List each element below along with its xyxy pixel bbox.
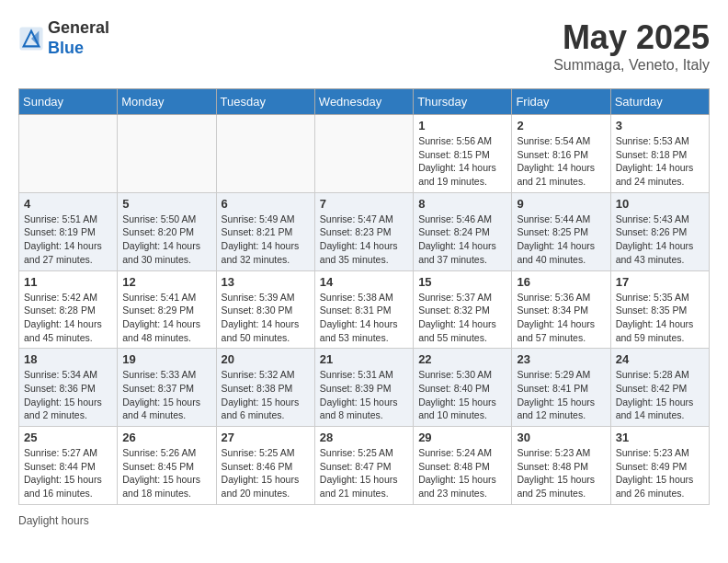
day-number: 5 [122,197,210,211]
day-info: Sunrise: 5:37 AMSunset: 8:32 PMDaylight:… [418,291,506,345]
day-info: Sunrise: 5:35 AMSunset: 8:35 PMDaylight:… [616,291,704,345]
calendar-day-cell: 17Sunrise: 5:35 AMSunset: 8:35 PMDayligh… [610,270,709,349]
calendar-day-cell: 7Sunrise: 5:47 AMSunset: 8:23 PMDaylight… [314,192,413,270]
day-number: 11 [24,275,112,289]
calendar-day-cell: 26Sunrise: 5:26 AMSunset: 8:45 PMDayligh… [118,427,216,505]
day-number: 26 [122,431,210,444]
calendar-day-cell: 29Sunrise: 5:24 AMSunset: 8:48 PMDayligh… [414,427,512,505]
logo: General Blue [18,18,109,58]
day-info: Sunrise: 5:32 AMSunset: 8:38 PMDaylight:… [222,368,310,422]
calendar-week-row: 25Sunrise: 5:27 AMSunset: 8:44 PMDayligh… [19,427,710,505]
day-number: 23 [517,352,605,366]
day-number: 12 [122,275,210,289]
day-info: Sunrise: 5:43 AMSunset: 8:26 PMDaylight:… [616,213,704,267]
day-info: Sunrise: 5:23 AMSunset: 8:49 PMDaylight:… [616,446,704,500]
day-number: 1 [418,119,506,132]
day-info: Sunrise: 5:51 AMSunset: 8:19 PMDaylight:… [24,213,112,267]
calendar-day-cell: 10Sunrise: 5:43 AMSunset: 8:26 PMDayligh… [610,192,709,270]
day-number: 4 [24,197,112,211]
calendar-day-cell: 9Sunrise: 5:44 AMSunset: 8:25 PMDaylight… [512,192,610,270]
calendar-day-cell: 12Sunrise: 5:41 AMSunset: 8:29 PMDayligh… [118,270,216,349]
calendar-day-cell: 8Sunrise: 5:46 AMSunset: 8:24 PMDaylight… [414,192,512,270]
calendar-day-cell: 19Sunrise: 5:33 AMSunset: 8:37 PMDayligh… [118,349,216,427]
calendar-day-header: Tuesday [216,89,314,115]
day-info: Sunrise: 5:25 AMSunset: 8:46 PMDaylight:… [222,446,310,500]
calendar-day-cell: 5Sunrise: 5:50 AMSunset: 8:20 PMDaylight… [118,192,216,270]
calendar-day-cell: 28Sunrise: 5:25 AMSunset: 8:47 PMDayligh… [314,427,413,505]
day-info: Sunrise: 5:42 AMSunset: 8:28 PMDaylight:… [24,291,112,345]
day-info: Sunrise: 5:41 AMSunset: 8:29 PMDaylight:… [122,291,210,345]
day-info: Sunrise: 5:26 AMSunset: 8:45 PMDaylight:… [122,446,210,500]
calendar-day-header: Saturday [610,89,709,115]
calendar-day-header: Thursday [414,89,512,115]
calendar-day-cell: 13Sunrise: 5:39 AMSunset: 8:30 PMDayligh… [216,270,314,349]
calendar-day-cell: 27Sunrise: 5:25 AMSunset: 8:46 PMDayligh… [216,427,314,505]
day-number: 3 [616,119,704,132]
calendar-table: SundayMondayTuesdayWednesdayThursdayFrid… [18,88,710,505]
logo-blue-text: Blue [48,39,84,57]
calendar-header-row: SundayMondayTuesdayWednesdayThursdayFrid… [19,89,710,115]
day-info: Sunrise: 5:39 AMSunset: 8:30 PMDaylight:… [222,291,310,345]
page-header: General Blue May 2025 Summaga, Veneto, I… [18,18,710,74]
day-info: Sunrise: 5:23 AMSunset: 8:48 PMDaylight:… [517,446,605,500]
calendar-day-cell: 16Sunrise: 5:36 AMSunset: 8:34 PMDayligh… [512,270,610,349]
day-number: 2 [517,119,605,132]
day-info: Sunrise: 5:25 AMSunset: 8:47 PMDaylight:… [320,446,408,500]
day-number: 31 [616,431,704,444]
day-number: 28 [320,431,408,444]
day-number: 21 [320,352,408,366]
calendar-day-cell: 4Sunrise: 5:51 AMSunset: 8:19 PMDaylight… [19,192,118,270]
calendar-day-cell: 22Sunrise: 5:30 AMSunset: 8:40 PMDayligh… [414,349,512,427]
calendar-day-cell: 1Sunrise: 5:56 AMSunset: 8:15 PMDaylight… [414,115,512,193]
calendar-day-cell: 3Sunrise: 5:53 AMSunset: 8:18 PMDaylight… [610,115,709,193]
day-number: 7 [320,197,408,211]
day-number: 30 [517,431,605,444]
logo-text: General Blue [48,18,109,58]
calendar-week-row: 1Sunrise: 5:56 AMSunset: 8:15 PMDaylight… [19,115,710,193]
day-info: Sunrise: 5:47 AMSunset: 8:23 PMDaylight:… [320,213,408,267]
calendar-day-header: Wednesday [314,89,413,115]
day-number: 18 [24,352,112,366]
calendar-day-cell: 30Sunrise: 5:23 AMSunset: 8:48 PMDayligh… [512,427,610,505]
calendar-day-cell: 25Sunrise: 5:27 AMSunset: 8:44 PMDayligh… [19,427,118,505]
day-number: 17 [616,275,704,289]
footer-note: Daylight hours [18,514,710,527]
calendar-day-cell: 18Sunrise: 5:34 AMSunset: 8:36 PMDayligh… [19,349,118,427]
day-info: Sunrise: 5:29 AMSunset: 8:41 PMDaylight:… [517,368,605,422]
day-info: Sunrise: 5:53 AMSunset: 8:18 PMDaylight:… [616,134,704,189]
day-info: Sunrise: 5:24 AMSunset: 8:48 PMDaylight:… [418,446,506,500]
calendar-week-row: 4Sunrise: 5:51 AMSunset: 8:19 PMDaylight… [19,192,710,270]
day-info: Sunrise: 5:34 AMSunset: 8:36 PMDaylight:… [24,368,112,422]
calendar-day-cell [118,115,216,193]
day-number: 14 [320,275,408,289]
day-info: Sunrise: 5:46 AMSunset: 8:24 PMDaylight:… [418,213,506,267]
daylight-label: Daylight hours [18,514,89,527]
day-info: Sunrise: 5:30 AMSunset: 8:40 PMDaylight:… [418,368,506,422]
calendar-day-header: Friday [512,89,610,115]
calendar-day-cell: 15Sunrise: 5:37 AMSunset: 8:32 PMDayligh… [414,270,512,349]
day-info: Sunrise: 5:33 AMSunset: 8:37 PMDaylight:… [122,368,210,422]
day-number: 20 [222,352,310,366]
day-number: 19 [122,352,210,366]
calendar-day-cell: 14Sunrise: 5:38 AMSunset: 8:31 PMDayligh… [314,270,413,349]
calendar-day-cell: 24Sunrise: 5:28 AMSunset: 8:42 PMDayligh… [610,349,709,427]
calendar-day-cell [314,115,413,193]
day-info: Sunrise: 5:31 AMSunset: 8:39 PMDaylight:… [320,368,408,422]
calendar-week-row: 18Sunrise: 5:34 AMSunset: 8:36 PMDayligh… [19,349,710,427]
day-number: 9 [517,197,605,211]
calendar-day-cell: 23Sunrise: 5:29 AMSunset: 8:41 PMDayligh… [512,349,610,427]
calendar-day-cell: 2Sunrise: 5:54 AMSunset: 8:16 PMDaylight… [512,115,610,193]
day-info: Sunrise: 5:44 AMSunset: 8:25 PMDaylight:… [517,213,605,267]
logo-general-text: General [48,18,109,37]
day-info: Sunrise: 5:36 AMSunset: 8:34 PMDaylight:… [517,291,605,345]
day-info: Sunrise: 5:56 AMSunset: 8:15 PMDaylight:… [418,134,506,189]
day-number: 25 [24,431,112,444]
calendar-week-row: 11Sunrise: 5:42 AMSunset: 8:28 PMDayligh… [19,270,710,349]
day-number: 13 [222,275,310,289]
day-number: 8 [418,197,506,211]
subtitle: Summaga, Veneto, Italy [553,57,710,74]
calendar-day-cell: 31Sunrise: 5:23 AMSunset: 8:49 PMDayligh… [610,427,709,505]
day-number: 10 [616,197,704,211]
day-number: 16 [517,275,605,289]
day-info: Sunrise: 5:27 AMSunset: 8:44 PMDaylight:… [24,446,112,500]
